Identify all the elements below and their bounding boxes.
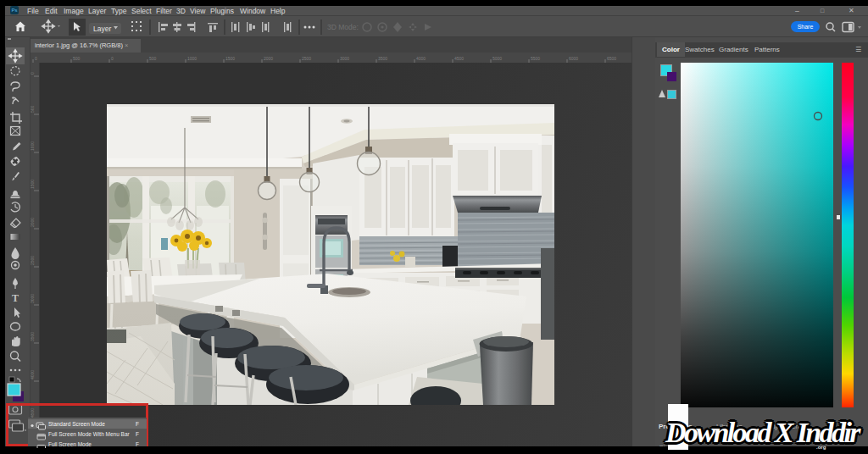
svg-text:3000: 3000: [340, 56, 349, 61]
svg-text:0: 0: [111, 56, 114, 61]
svg-text:0: 0: [35, 56, 37, 61]
svg-text:6500: 6500: [607, 56, 616, 61]
svg-text:5500: 5500: [531, 56, 540, 61]
svg-text:1000: 1000: [187, 56, 197, 61]
svg-text:5000: 5000: [492, 56, 502, 61]
svg-text:3500: 3500: [378, 56, 387, 61]
svg-text:2000: 2000: [264, 56, 273, 61]
svg-text:500: 500: [149, 56, 157, 61]
svg-text:3D Mode:: 3D Mode:: [327, 23, 359, 31]
svg-text:1500: 1500: [225, 56, 235, 61]
svg-text:6000: 6000: [569, 56, 578, 61]
svg-text:2500: 2500: [302, 56, 311, 61]
svg-text:Layer: Layer: [93, 25, 111, 33]
svg-text:500: 500: [73, 56, 81, 61]
svg-text:4500: 4500: [454, 56, 464, 61]
svg-text:4000: 4000: [416, 56, 426, 61]
svg-text:T: T: [12, 292, 19, 304]
